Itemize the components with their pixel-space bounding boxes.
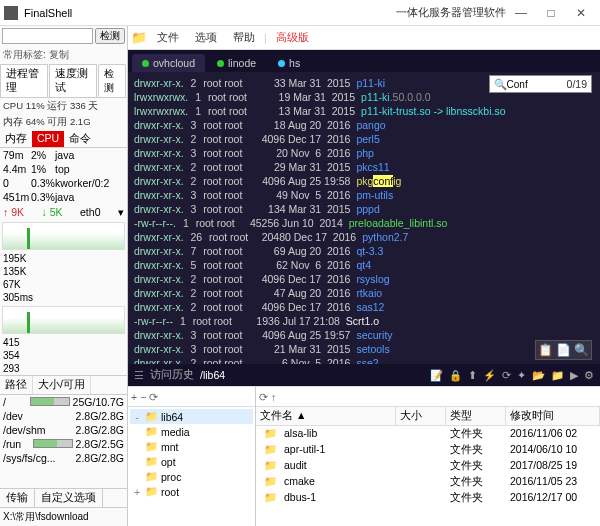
tab-cmd[interactable]: 命令 (64, 131, 96, 147)
fs-hdr-free: 大小/可用 (33, 376, 91, 394)
hist-label[interactable]: 访问历史 (150, 368, 194, 382)
tree-body[interactable]: -📁lib64📁media📁mnt📁opt📁proc+📁root (128, 407, 255, 526)
chart-num: 67K (0, 278, 127, 291)
net-row: ↑ 9K ↓ 5K eth0 ▾ (0, 204, 127, 220)
proc-row[interactable]: 00.3%kworker/0:2 (0, 176, 127, 190)
file-row[interactable]: 📁cmake文件夹2016/11/05 23 (256, 474, 600, 490)
hdr-mtime[interactable]: 修改时间 (506, 407, 600, 425)
minimize-button[interactable]: — (506, 2, 536, 24)
file-row[interactable]: 📁alsa-lib文件夹2016/11/06 02 (256, 426, 600, 442)
term-line: drwxr-xr-x. 3 root root 18 Aug 20 2016pa… (134, 118, 594, 132)
fs-row[interactable]: /sys/fs/cg...2.8G/2.8G (0, 451, 127, 465)
term-line: drwxr-xr-x. 3 root root 49 Nov 5 2016pm-… (134, 188, 594, 202)
ping-b: 354 (0, 349, 127, 362)
tree-node[interactable]: +📁root (130, 484, 253, 499)
note-icon[interactable]: 📝 (430, 369, 443, 382)
menu-file[interactable]: 文件 (150, 30, 186, 45)
file-list[interactable]: 📁alsa-lib文件夹2016/11/06 02📁apr-util-1文件夹2… (256, 426, 600, 506)
ping-c: 293 (0, 362, 127, 375)
star-icon[interactable]: ✦ (517, 369, 526, 382)
term-line: drwxr-xr-x. 2 root root 4096 Dec 17 2016… (134, 132, 594, 146)
check-button[interactable]: 检测 (95, 28, 125, 44)
term-tab[interactable]: hs (268, 54, 310, 72)
term-line: drwxr-xr-x. 2 root root 4096 Dec 17 2016… (134, 272, 594, 286)
proc-row[interactable]: 4.4m1%top (0, 162, 127, 176)
fs-row[interactable]: /run 2.8G/2.5G (0, 437, 127, 451)
fs-row[interactable]: /dev/shm2.8G/2.8G (0, 423, 127, 437)
term-tab[interactable]: ovhcloud (132, 54, 205, 72)
status-dot (217, 60, 224, 67)
tree-minus-icon[interactable]: − (140, 391, 146, 403)
search-icon: 🔍 (494, 77, 507, 91)
fs-row[interactable]: / 25G/10.7G (0, 395, 127, 409)
tree-node[interactable]: 📁opt (130, 454, 253, 469)
tab-mem[interactable]: 内存 (0, 131, 32, 147)
folder-icon: 📁 (260, 459, 281, 471)
term-line: drwxr-xr-x. 2 root root 6 Nov 5 2016sse2 (134, 356, 594, 364)
maximize-button[interactable]: □ (536, 2, 566, 24)
copy-icon[interactable]: 📋 (538, 343, 553, 357)
menu-icon[interactable]: ☰ (134, 369, 144, 381)
search-input[interactable] (2, 28, 93, 44)
up-icon[interactable]: ⬆ (468, 369, 477, 382)
list-refresh-icon[interactable]: ⟳ (259, 391, 268, 403)
find-icon[interactable]: 🔍 (574, 343, 589, 357)
term-line: drwxr-xr-x. 5 root root 62 Nov 6 2016qt4 (134, 258, 594, 272)
tree-plus-icon[interactable]: + (131, 391, 137, 403)
open-icon[interactable]: 📁 (551, 369, 564, 382)
tree-refresh-icon[interactable]: ⟳ (149, 391, 158, 403)
gear-icon[interactable]: ⚙ (584, 369, 594, 382)
file-row[interactable]: 📁audit文件夹2017/08/25 19 (256, 458, 600, 474)
tree-node[interactable]: 📁media (130, 424, 253, 439)
btab-custom[interactable]: 自定义选项 (35, 489, 103, 507)
folder-icon: 📁 (145, 425, 158, 438)
ping-chart (2, 306, 125, 334)
term-line: drwxr-xr-x. 26 root root 20480 Dec 17 20… (134, 230, 594, 244)
lock-icon[interactable]: 🔒 (449, 369, 462, 382)
proc-row[interactable]: 79m2%java (0, 148, 127, 162)
folder-icon: 📁 (260, 427, 281, 439)
tab-process[interactable]: 进程管理 (0, 64, 48, 97)
close-button[interactable]: ✕ (566, 2, 596, 24)
folder-icon: 📁 (145, 455, 158, 468)
tree-node[interactable]: 📁proc (130, 469, 253, 484)
file-row[interactable]: 📁apr-util-1文件夹2014/06/10 10 (256, 442, 600, 458)
term-line: drwxr-xr-x. 2 root root 29 Mar 31 2015pk… (134, 160, 594, 174)
menu-advanced[interactable]: 高级版 (269, 30, 316, 45)
process-list: 79m2%java4.4m1%top00.3%kworker/0:2451m0.… (0, 148, 127, 204)
terminal-body[interactable]: 🔍 0/19 📋 📄 🔍 drwxr-xr-x. 2 root root 33 … (128, 72, 600, 364)
hdr-name[interactable]: 文件名 ▲ (256, 407, 396, 425)
fs-row[interactable]: /dev2.8G/2.8G (0, 409, 127, 423)
tab-speed[interactable]: 速度测试 (49, 64, 97, 97)
list-pane: ⟳ ↑ 文件名 ▲ 大小 类型 修改时间 📁alsa-lib文件夹2016/11… (256, 387, 600, 526)
paste-icon[interactable]: 📄 (556, 343, 571, 357)
hdr-size[interactable]: 大小 (396, 407, 446, 425)
hdr-type[interactable]: 类型 (446, 407, 506, 425)
proc-row[interactable]: 451m0.3%java (0, 190, 127, 204)
status-dot (278, 60, 285, 67)
term-line: drwxr-xr-x. 2 root root 4096 Dec 17 2016… (134, 300, 594, 314)
tab-cpu[interactable]: CPU (32, 131, 64, 147)
term-tab[interactable]: linode (207, 54, 266, 72)
tree-node[interactable]: 📁mnt (130, 439, 253, 454)
btab-transfer[interactable]: 传输 (0, 489, 35, 507)
term-search-input[interactable] (507, 79, 567, 90)
menu-opts[interactable]: 选项 (188, 30, 224, 45)
file-row[interactable]: 📁dbus-1文件夹2016/12/17 00 (256, 490, 600, 506)
net-iface: eth0 (80, 206, 100, 218)
app-subtitle: 一体化服务器管理软件 (396, 5, 506, 20)
check2-button[interactable]: 检测 (98, 64, 126, 97)
chart-num: 135K (0, 265, 127, 278)
refresh-icon[interactable]: ⟳ (502, 369, 511, 382)
bolt-icon[interactable]: ⚡ (483, 369, 496, 382)
folder-icon: 📁 (145, 410, 158, 423)
list-up-icon[interactable]: ↑ (271, 391, 276, 403)
play-icon[interactable]: ▶ (570, 369, 578, 382)
folder2-icon[interactable]: 📂 (532, 369, 545, 382)
tree-node[interactable]: -📁lib64 (130, 409, 253, 424)
net-dropdown-icon[interactable]: ▾ (118, 206, 124, 218)
folder-icon[interactable]: 📁 (130, 29, 148, 47)
titlebar: FinalShell 一体化服务器管理软件 — □ ✕ (0, 0, 600, 26)
menu-help[interactable]: 帮助 (226, 30, 262, 45)
terminal: ovhcloudlinodehs 🔍 0/19 📋 📄 🔍 drwxr-xr-x… (128, 50, 600, 386)
